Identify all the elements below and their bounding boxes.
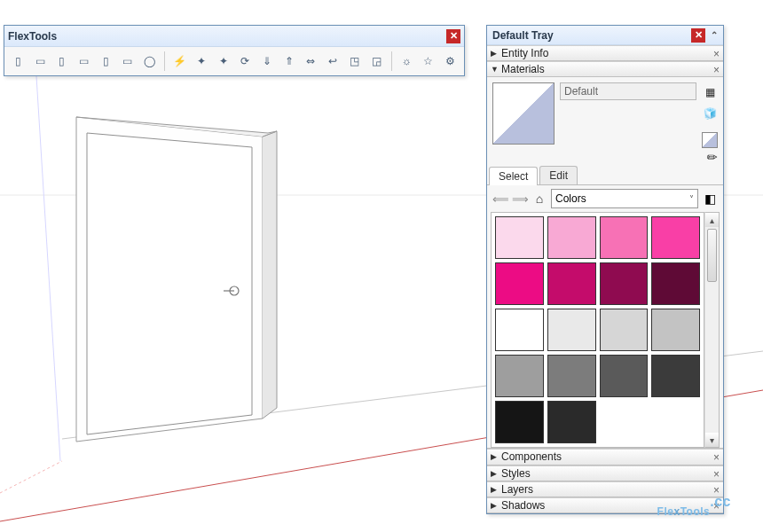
color-swatch[interactable] [495, 309, 544, 351]
panel-close-icon[interactable]: × [713, 451, 720, 464]
color-swatch[interactable] [600, 262, 649, 305]
color-swatch[interactable] [495, 401, 544, 443]
close-icon[interactable]: ✕ [691, 28, 705, 43]
panel-title: Layers [501, 483, 533, 496]
window-icon[interactable]: ▭ [30, 51, 51, 72]
home-icon[interactable]: ⌂ [531, 191, 547, 207]
panel-close-icon[interactable]: × [713, 48, 720, 60]
panel-close-icon[interactable]: × [713, 468, 720, 481]
color-swatch[interactable] [495, 216, 544, 259]
flip-h-icon[interactable]: ⇔ [301, 51, 321, 72]
color-swatch[interactable] [547, 401, 596, 443]
chevron-right-icon: ▶ [491, 501, 501, 510]
materials-nav: ⟸ ⟹ ⌂ Colors ˅ ◧ [487, 185, 723, 212]
svg-line-3 [35, 62, 60, 461]
panel-close-icon[interactable]: × [713, 64, 720, 76]
material-name-field[interactable]: Default [560, 82, 696, 100]
flextools-title: FlexTools [8, 30, 57, 43]
door-icon[interactable]: ▯ [8, 51, 28, 72]
circle-icon[interactable]: ◯ [139, 51, 160, 72]
back-icon[interactable]: ⟸ [492, 191, 508, 207]
sliding-door-icon[interactable]: ▭ [74, 51, 94, 72]
panel-title: Entity Info [501, 47, 548, 59]
refresh-icon[interactable]: ⟳ [235, 51, 256, 72]
chevron-right-icon: ▶ [491, 49, 501, 58]
box-a-icon[interactable]: ◳ [344, 51, 365, 72]
scroll-thumb[interactable] [707, 229, 717, 282]
panel-styles[interactable]: ▶ Styles × [487, 466, 723, 481]
panel-title: Components [501, 450, 562, 463]
library-menu-icon[interactable]: ◧ [702, 191, 718, 207]
box-b-icon[interactable]: ◲ [366, 51, 387, 72]
flextools-toolbar-window[interactable]: FlexTools ✕ ▯▭▯▭▯▭◯⚡✦✦⟳⇓⇑⇔↩◳◲☼☆⚙ [4, 25, 465, 76]
sparkle-icon[interactable]: ✦ [192, 51, 212, 72]
material-name-value: Default [564, 85, 598, 98]
color-swatch[interactable] [600, 216, 649, 259]
svg-marker-6 [87, 133, 252, 434]
tray-title: Default Tray [492, 29, 554, 42]
panel-title: Shadows [501, 499, 545, 512]
south-arrow-icon[interactable]: ⇓ [257, 51, 278, 72]
panel-close-icon[interactable]: × [713, 500, 720, 512]
eyedropper-icon[interactable]: ✎ [704, 148, 721, 166]
panel-materials[interactable]: ▼ Materials × [487, 61, 723, 77]
scroll-up-icon[interactable]: ▴ [705, 213, 719, 227]
default-tray[interactable]: Default Tray ✕ ⌃ ▶ Entity Info × ▼ Mater… [486, 25, 724, 514]
color-swatch[interactable] [600, 355, 649, 397]
panel-close-icon[interactable]: × [713, 484, 720, 497]
svg-line-4 [0, 461, 62, 493]
panel-entity-info[interactable]: ▶ Entity Info × [487, 45, 723, 61]
color-swatch[interactable] [495, 355, 544, 397]
casement-icon[interactable]: ▭ [118, 51, 138, 72]
color-swatch[interactable] [547, 309, 596, 351]
double-door-icon[interactable]: ▯ [51, 51, 72, 72]
panel-title: Materials [501, 63, 545, 75]
hand-icon[interactable]: ☼ [397, 51, 417, 72]
flextools-titlebar[interactable]: FlexTools ✕ [4, 26, 464, 47]
flash-icon[interactable]: ⚡ [169, 51, 190, 72]
scroll-down-icon[interactable]: ▾ [705, 433, 719, 447]
north-arrow-icon[interactable]: ⇑ [279, 51, 299, 72]
sparkle2-icon[interactable]: ✦ [213, 51, 233, 72]
chevron-down-icon: ˅ [689, 194, 694, 204]
backface-preview[interactable] [702, 132, 718, 148]
collapse-arrow-icon[interactable]: ⌃ [711, 30, 718, 40]
close-icon[interactable]: ✕ [446, 29, 460, 43]
color-swatch[interactable] [651, 262, 700, 305]
scroll-track[interactable] [705, 227, 719, 433]
material-preview[interactable] [492, 82, 555, 145]
swatch-grid [491, 212, 704, 448]
tab-edit[interactable]: Edit [539, 166, 578, 184]
separator [391, 51, 392, 71]
panel-components[interactable]: ▶ Components × [487, 449, 723, 465]
tab-select[interactable]: Select [489, 167, 538, 185]
tray-titlebar[interactable]: Default Tray ✕ ⌃ [487, 26, 723, 45]
create-material-icon[interactable]: ▦ [702, 84, 718, 100]
chevron-right-icon: ▶ [491, 485, 501, 494]
materials-tabs: Select Edit [487, 166, 723, 185]
chevron-right-icon: ▶ [491, 452, 501, 461]
panel-title: Styles [501, 467, 531, 480]
color-swatch[interactable] [651, 355, 700, 397]
color-swatch[interactable] [495, 262, 544, 305]
color-swatch[interactable] [547, 216, 596, 259]
color-swatch[interactable] [651, 216, 700, 259]
paint-bucket-icon[interactable]: 🧊 [702, 106, 718, 121]
curve-icon[interactable]: ↩ [323, 51, 343, 72]
separator [164, 51, 165, 71]
gear-icon[interactable]: ⚙ [440, 51, 460, 72]
color-swatch[interactable] [547, 262, 596, 305]
star-icon[interactable]: ☆ [419, 51, 439, 72]
chevron-down-icon: ▼ [491, 65, 501, 74]
color-swatch[interactable] [651, 309, 700, 351]
panel-shadows[interactable]: ▶ Shadows × [487, 497, 723, 513]
color-swatch[interactable] [547, 355, 596, 397]
flextools-toolbar: ▯▭▯▭▯▭◯⚡✦✦⟳⇓⇑⇔↩◳◲☼☆⚙ [4, 47, 464, 75]
color-swatch[interactable] [600, 309, 649, 351]
chevron-right-icon: ▶ [491, 469, 501, 478]
forward-icon[interactable]: ⟹ [512, 191, 528, 207]
scrollbar[interactable]: ▴ ▾ [704, 212, 720, 448]
garage-door-icon[interactable]: ▯ [96, 51, 116, 72]
library-dropdown[interactable]: Colors ˅ [551, 189, 698, 208]
panel-layers[interactable]: ▶ Layers × [487, 481, 723, 497]
